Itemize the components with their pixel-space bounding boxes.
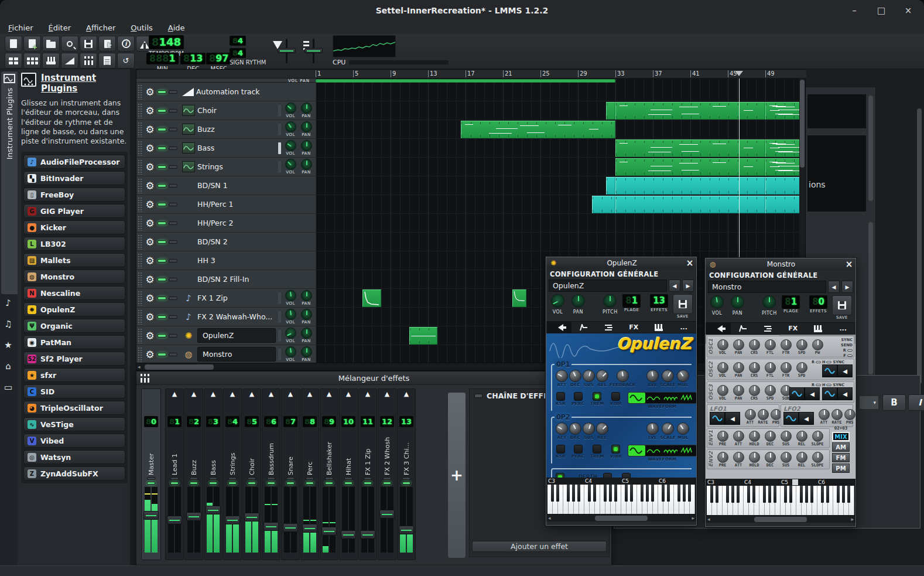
channel-fader[interactable] [225,487,240,553]
lfo1-waveform-wave[interactable] [710,412,725,425]
channel-name[interactable]: Strings [229,430,237,475]
effects-chain-enable-led[interactable] [474,394,482,398]
channel-led-bottom[interactable] [325,482,333,485]
black-key[interactable] [588,485,591,502]
track-solo-led[interactable] [169,334,177,338]
track-gear-icon[interactable]: ⚙ [142,217,158,229]
monstro-save-button[interactable]: SAVE [832,295,852,320]
plugin-item-lb302[interactable]: LLB302 [23,237,125,251]
channel-led-top[interactable] [402,477,410,480]
plugin-item-sfxr[interactable]: ★sfxr [23,368,125,382]
track-name[interactable]: BD/SN 2 [197,237,316,246]
track-pan-knob[interactable] [301,346,312,357]
track-name[interactable]: Automation track [196,87,316,96]
pattern-sample2[interactable] [409,327,437,345]
black-key[interactable] [651,485,655,502]
channel-led-bottom[interactable] [209,482,217,485]
channel-led-top[interactable] [248,477,256,480]
channel-send-arrow-icon[interactable]: ▲ [288,390,293,400]
track-solo-led[interactable] [169,296,177,300]
opulenz-tab-fx[interactable]: FX [621,322,646,333]
monstro-instrument-name[interactable]: Monstro [708,281,826,293]
opulenz-next-instrument[interactable]: ▶ [682,280,694,292]
channel-send-arrow-icon[interactable]: ▲ [191,390,196,400]
channel-send-arrow-icon[interactable]: ▲ [404,390,409,400]
opulenz-instrument-name[interactable]: OpulenZ [549,280,667,292]
presets-icon[interactable]: ♫ [0,319,16,329]
channel-led-top[interactable] [383,477,391,480]
track-volume-knob[interactable] [285,290,296,301]
track-grip[interactable] [138,103,142,118]
channel-name[interactable]: FX 2 Whosh [384,430,391,475]
fx-channel-bassdrum[interactable]: ▲86Bassdrum [262,388,280,560]
maximize-button[interactable]: □ [868,0,895,21]
black-key[interactable] [747,486,751,503]
channel-send-arrow-icon[interactable]: ▲ [385,390,389,400]
track-name[interactable]: Strings [197,162,278,171]
song-editor-button[interactable] [5,53,22,69]
track-mute-led[interactable] [158,240,166,244]
monstro-plage-display[interactable]: 81PLAGE [782,295,800,313]
black-key[interactable] [847,486,851,503]
fx-channel-snare[interactable]: ▲87Snare [281,388,300,560]
black-key[interactable] [614,485,618,502]
plugin-item-kicker[interactable]: ●Kicker [23,220,125,234]
track-volume-knob[interactable] [285,309,296,320]
black-key[interactable] [662,485,665,502]
track-grip[interactable] [138,84,142,100]
track-grip[interactable] [138,253,142,268]
channel-led-bottom[interactable] [147,482,155,485]
fx-mixer-button[interactable] [80,53,97,69]
track-gear-icon[interactable]: ⚙ [142,255,158,267]
channel-name[interactable]: Choir [248,430,256,475]
track-solo-led[interactable] [169,90,177,94]
pattern-notes[interactable] [765,102,800,120]
timeline[interactable]: 15913172125293337414549 [136,70,806,79]
black-key[interactable] [768,486,772,503]
plugin-item-organic[interactable]: ΨOrganic [23,319,125,333]
channel-led-bottom[interactable] [344,482,353,485]
channel-fader[interactable] [360,487,375,553]
background-scrollbar-2[interactable] [868,222,873,374]
channel-send-arrow-icon[interactable]: ▲ [307,390,312,400]
black-key[interactable] [789,486,793,503]
channel-led-top[interactable] [228,477,237,480]
channel-fader[interactable] [399,487,414,553]
plugin-item-tripleoscillator[interactable]: ◕TripleOscillator [23,401,125,415]
plugin-item-gigplayer[interactable]: GGIG Player [23,204,125,218]
fx-mixer-titlebar[interactable]: Mélangeur d'effets [136,371,611,385]
channel-send-arrow-icon[interactable]: ▲ [346,390,351,400]
monstro-effets-display[interactable]: 80EFFETS [809,295,827,313]
track-mute-led[interactable] [158,203,166,206]
track-pan-knob[interactable] [301,140,312,151]
track-name[interactable]: BD/SN 2 Fill-In [197,275,316,284]
track-mute-led[interactable] [158,278,166,281]
black-key[interactable] [821,486,824,503]
osc3-waveform-a-wave[interactable] [789,387,805,400]
track-mute-led[interactable] [158,90,166,94]
track-mute-led[interactable] [158,353,166,356]
monstro-tab-plugin[interactable] [706,323,731,334]
samples-icon[interactable]: ♪ [0,298,16,308]
track-mute-led[interactable] [158,334,166,338]
osc3-waveform-b-select[interactable]: ◀ [837,387,853,400]
track-gear-icon[interactable]: ⚙ [142,236,158,248]
track-mute-led[interactable] [158,165,166,169]
channel-led-bottom[interactable] [402,482,410,485]
black-key[interactable] [726,486,730,503]
channel-led-top[interactable] [286,477,295,480]
track-name[interactable]: FX 2 Wahwah-Who... [197,312,278,321]
channel-send-arrow-icon[interactable]: ▲ [365,390,370,400]
track-mute-led[interactable] [158,184,166,188]
black-key[interactable] [630,485,634,502]
track-grip[interactable] [138,328,142,343]
bb-editor-button[interactable] [23,53,41,69]
track-gear-icon[interactable]: ⚙ [142,105,158,117]
mod-button-pm[interactable]: PM [832,463,850,473]
channel-led-bottom[interactable] [248,482,256,485]
track-gear-icon[interactable]: ⚙ [142,311,158,323]
opulenz-pan-knob[interactable] [571,294,585,308]
monstro-titlebar[interactable]: ◍ Monstro × [706,258,855,270]
channel-send-arrow-icon[interactable]: ▲ [249,390,254,400]
fx-channel-perc[interactable]: ▲88Perc [300,388,319,560]
